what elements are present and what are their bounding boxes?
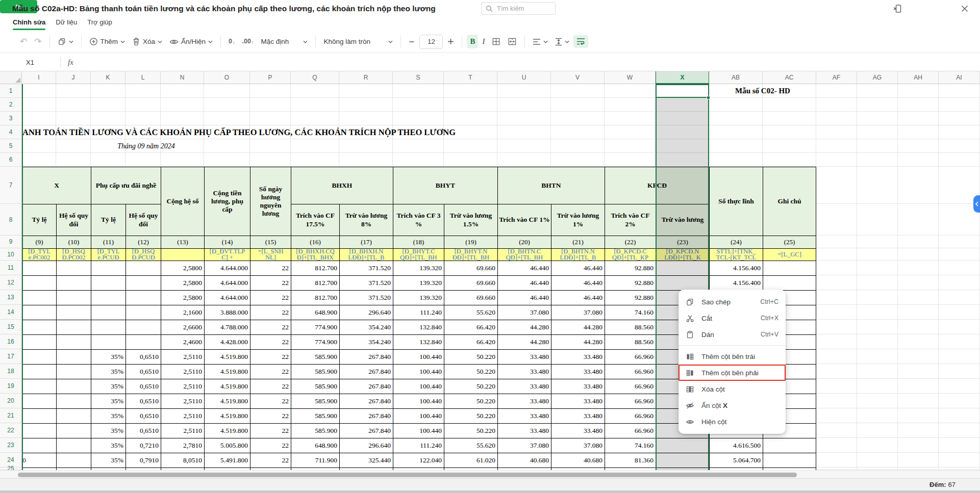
data-cell-K19[interactable]: 35% — [91, 379, 125, 394]
cell[interactable] — [393, 84, 444, 98]
data-cell-AB24[interactable]: 5.064.700 — [709, 453, 763, 468]
data-cell-T24[interactable]: 61.020 — [444, 453, 497, 468]
data-cell-S16[interactable]: 132.840 — [393, 334, 444, 349]
cell[interactable] — [709, 139, 763, 153]
table-subheader-S[interactable]: Trích vào CF 3 % — [393, 204, 444, 236]
row-header-9[interactable]: 9 — [0, 236, 22, 248]
data-cell-W18[interactable]: 66.960 — [605, 364, 656, 379]
cell[interactable] — [91, 84, 125, 98]
horizontal-scrollbar[interactable] — [0, 470, 980, 478]
insert-column-right-menu-item[interactable]: Thêm cột bên phải — [679, 365, 786, 381]
bold-button[interactable]: B — [467, 35, 478, 48]
data-cell-K11[interactable] — [91, 261, 125, 275]
data-cell-T21[interactable]: 50.220 — [444, 408, 497, 423]
cell[interactable] — [605, 98, 656, 112]
cell[interactable] — [125, 84, 161, 98]
data-cell-R22[interactable]: 267.840 — [339, 423, 393, 438]
cell[interactable] — [816, 379, 857, 394]
cell[interactable] — [816, 305, 857, 320]
data-cell-O18[interactable]: 4.519.800 — [204, 364, 250, 379]
data-cell-I19[interactable] — [22, 379, 56, 394]
cell[interactable] — [56, 84, 91, 98]
table-colnum-K[interactable]: (11) — [91, 236, 125, 248]
cell[interactable] — [393, 153, 444, 167]
table-colnum-W[interactable]: (22) — [605, 236, 656, 248]
data-cell-Q12[interactable]: 812.700 — [291, 275, 339, 290]
fill-handle[interactable] — [707, 96, 710, 99]
row-header-14[interactable]: 14 — [0, 305, 22, 320]
font-size-input[interactable]: 12 — [419, 35, 443, 49]
horizontal-scrollbar-thumb[interactable] — [18, 473, 797, 477]
column-header-T[interactable]: T — [444, 71, 497, 84]
data-cell-U15[interactable]: 44.280 — [497, 320, 551, 334]
menu-data[interactable]: Dữ liệu — [56, 17, 77, 30]
data-cell-K23[interactable]: 35% — [91, 438, 125, 453]
column-header-K[interactable]: K — [91, 71, 125, 84]
cell[interactable] — [816, 153, 857, 167]
row-header-18[interactable]: 18 — [0, 364, 22, 379]
italic-button[interactable]: I — [479, 35, 488, 48]
data-cell-L12[interactable] — [125, 275, 161, 290]
cell[interactable] — [816, 364, 857, 379]
data-cell-N25[interactable] — [161, 468, 204, 470]
formula-cell-Q[interactable]: [Đ_BHXH.CQĐ]+[TL_BHX — [291, 248, 339, 261]
column-header-N[interactable]: N — [161, 71, 204, 84]
data-cell-J18[interactable] — [56, 364, 91, 379]
data-cell-S22[interactable]: 100.440 — [393, 423, 444, 438]
cell[interactable] — [898, 84, 939, 98]
cell[interactable] — [250, 153, 291, 167]
data-cell-J20[interactable] — [56, 394, 91, 408]
data-cell-J22[interactable] — [56, 423, 91, 438]
table-subheader-V[interactable]: Trừ vào lương 1% — [551, 204, 605, 236]
data-cell-P25[interactable] — [250, 468, 291, 470]
data-cell-R23[interactable]: 296.640 — [339, 438, 393, 453]
table-subheader-L[interactable]: Hệ số quy đổi — [125, 204, 161, 236]
cell[interactable] — [22, 112, 56, 125]
data-cell-J15[interactable] — [56, 320, 91, 334]
cell[interactable] — [709, 125, 763, 139]
cell[interactable] — [816, 290, 857, 305]
data-cell-V20[interactable]: 33.480 — [551, 394, 605, 408]
cell[interactable] — [816, 334, 857, 349]
column-header-O[interactable]: O — [204, 71, 250, 84]
row-header-1[interactable]: 1 — [0, 84, 22, 98]
data-cell-V11[interactable]: 46.440 — [551, 261, 605, 275]
table-header-AB[interactable]: Số thực lĩnh — [709, 167, 763, 236]
data-cell-U12[interactable]: 46.440 — [497, 275, 551, 290]
cell[interactable] — [939, 98, 980, 112]
formula-cell-P[interactable]: =[L_SNHNL] — [250, 248, 291, 261]
data-cell-T22[interactable]: 50.220 — [444, 423, 497, 438]
cell[interactable] — [939, 349, 980, 364]
cell[interactable] — [816, 112, 857, 125]
data-cell-T11[interactable]: 69.660 — [444, 261, 497, 275]
cell[interactable] — [656, 139, 709, 153]
data-cell-I12[interactable] — [22, 275, 56, 290]
data-cell-K14[interactable] — [91, 305, 125, 320]
data-cell-Q16[interactable]: 774.900 — [291, 334, 339, 349]
cell[interactable] — [605, 112, 656, 125]
data-cell-I21[interactable] — [22, 408, 56, 423]
data-cell-I13[interactable] — [22, 290, 56, 305]
data-cell-N12[interactable]: 2,5800 — [161, 275, 204, 290]
formula-cell-AB[interactable]: STTL]+[TNK_TCL-[KT_TCL — [709, 248, 763, 261]
spreadsheet-grid[interactable]: IJKLNOPQRSTUVWXABACAFAGAHAI1234567891011… — [0, 71, 980, 470]
data-cell-U20[interactable]: 33.480 — [497, 394, 551, 408]
data-cell-R18[interactable]: 267.840 — [339, 364, 393, 379]
cell[interactable] — [204, 84, 250, 98]
cell[interactable] — [444, 84, 497, 98]
data-cell-O15[interactable]: 4.788.000 — [204, 320, 250, 334]
cell[interactable] — [898, 98, 939, 112]
data-cell-V22[interactable]: 33.480 — [551, 423, 605, 438]
cell[interactable] — [898, 349, 939, 364]
data-cell-P13[interactable]: 22 — [250, 290, 291, 305]
data-cell-P11[interactable]: 22 — [250, 261, 291, 275]
table-colnum-S[interactable]: (18) — [393, 236, 444, 248]
data-cell-U23[interactable]: 37.080 — [497, 438, 551, 453]
data-cell-L18[interactable]: 0,6510 — [125, 364, 161, 379]
cell[interactable] — [605, 139, 656, 153]
column-header-W[interactable]: W — [605, 71, 656, 84]
data-cell-K17[interactable]: 35% — [91, 349, 125, 364]
row-header-17[interactable]: 17 — [0, 349, 22, 364]
export-excel-button[interactable] — [890, 3, 904, 15]
table-subheader-T[interactable]: Trừ vào lương 1.5% — [444, 204, 497, 236]
